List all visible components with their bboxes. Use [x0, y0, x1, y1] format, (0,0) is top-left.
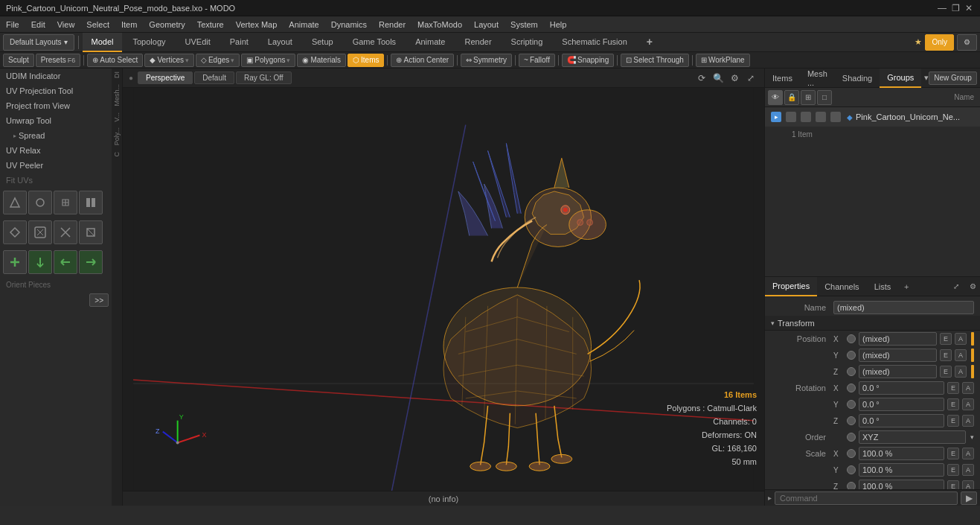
action-center-btn[interactable]: ⊕ Action Center: [391, 54, 454, 67]
scale-y-expr[interactable]: E: [947, 464, 959, 476]
edges-btn[interactable]: ◇ Edges ▾: [196, 54, 240, 67]
groups-box-btn[interactable]: □: [817, 90, 832, 105]
rotate-view-btn[interactable]: ⟳: [694, 71, 709, 86]
menu-help[interactable]: Help: [544, 16, 573, 32]
tool-uv-projection[interactable]: UV Projection Tool: [0, 83, 112, 98]
auto-select-btn[interactable]: ⊕ Auto Select: [87, 54, 143, 67]
scale-z-input[interactable]: 100.0 %: [859, 480, 944, 489]
pos-z-expr[interactable]: E: [940, 366, 952, 378]
rot-x-input[interactable]: 0.0 °: [859, 381, 944, 395]
rot-z-expr[interactable]: E: [947, 415, 959, 427]
groups-eye-btn[interactable]: 👁: [768, 90, 783, 105]
vp-tab-perspective[interactable]: Perspective: [138, 71, 193, 84]
pos-z-anim[interactable]: A: [955, 366, 967, 378]
tab-paint[interactable]: Paint: [221, 33, 257, 52]
command-exec-btn[interactable]: ▶: [961, 491, 977, 505]
scale-z-expr[interactable]: E: [947, 480, 959, 489]
tool-spread[interactable]: ▸ Spread: [0, 128, 112, 143]
strip-poly[interactable]: Poly...: [112, 124, 121, 148]
model-area[interactable]: X Y Z 16 Items Polygons : Catmull-Clark …: [123, 88, 764, 491]
menu-maxtomodo[interactable]: MaxToModo: [411, 16, 468, 32]
scale-y-anim[interactable]: A: [962, 464, 974, 476]
pos-x-expr[interactable]: E: [940, 333, 952, 345]
layout-selector[interactable]: Default Layouts ▾: [3, 34, 74, 51]
tab-lists[interactable]: Lists: [867, 277, 899, 296]
scale-x-circle[interactable]: [847, 449, 856, 458]
presets-btn[interactable]: Presets F6: [36, 54, 80, 67]
vertices-btn[interactable]: ◆ Vertices ▾: [144, 54, 194, 67]
tab-render[interactable]: Render: [455, 33, 500, 52]
tab-scripting[interactable]: Scripting: [502, 33, 552, 52]
tab-layout[interactable]: Layout: [259, 33, 301, 52]
order-circle[interactable]: [847, 433, 856, 442]
vp-tab-default[interactable]: Default: [194, 71, 234, 84]
rot-x-anim[interactable]: A: [962, 382, 974, 394]
tab-setup[interactable]: Setup: [303, 33, 342, 52]
tool-udim[interactable]: UDIM Indicator: [0, 69, 112, 83]
zoom-view-btn[interactable]: 🔍: [711, 71, 726, 86]
rot-y-expr[interactable]: E: [947, 398, 959, 410]
tool-btn-6[interactable]: [28, 220, 52, 244]
select-through-btn[interactable]: ⊡ Select Through: [621, 54, 689, 67]
menu-view[interactable]: View: [51, 16, 81, 32]
scale-z-circle[interactable]: [847, 482, 856, 489]
pos-y-input[interactable]: (mixed): [859, 349, 937, 362]
menu-animate[interactable]: Animate: [283, 16, 324, 32]
view-options-btn[interactable]: ⚙: [727, 71, 742, 86]
maximize-view-btn[interactable]: ⤢: [743, 71, 758, 86]
scale-z-anim[interactable]: A: [962, 480, 974, 489]
pos-z-circle[interactable]: [847, 367, 856, 376]
strip-di[interactable]: DI: [112, 69, 121, 81]
scale-y-circle[interactable]: [847, 465, 856, 474]
menu-select[interactable]: Select: [80, 16, 115, 32]
tool-btn-9[interactable]: [3, 250, 27, 274]
pos-y-expr[interactable]: E: [940, 349, 952, 361]
tab-channels[interactable]: Channels: [817, 277, 866, 296]
strip-c[interactable]: C: [112, 149, 121, 160]
menu-geometry[interactable]: Geometry: [143, 16, 190, 32]
tab-items[interactable]: Items: [765, 69, 800, 88]
tool-fit-uvs[interactable]: Fit UVs: [0, 173, 112, 188]
sculpt-btn[interactable]: Sculpt: [3, 54, 34, 67]
strip-mesh[interactable]: Mesh...: [112, 81, 121, 109]
rot-z-anim[interactable]: A: [962, 415, 974, 427]
materials-btn[interactable]: ◉ Materials: [297, 54, 346, 67]
minimize-btn[interactable]: —: [937, 3, 947, 13]
scale-x-expr[interactable]: E: [947, 448, 959, 459]
tool-btn-11[interactable]: [54, 250, 77, 274]
groups-grid-btn[interactable]: ⊞: [801, 90, 816, 105]
menu-texture[interactable]: Texture: [191, 16, 230, 32]
tool-btn-4[interactable]: [79, 191, 103, 214]
only-btn[interactable]: Only: [925, 34, 954, 51]
props-settings-btn[interactable]: ⚙: [965, 279, 980, 294]
menu-edit[interactable]: Edit: [25, 16, 51, 32]
tab-animate[interactable]: Animate: [406, 33, 454, 52]
tool-unwrap[interactable]: Unwrap Tool: [0, 113, 112, 128]
rot-x-expr[interactable]: E: [947, 382, 959, 394]
order-input[interactable]: XYZ: [859, 430, 966, 444]
menu-file[interactable]: File: [0, 16, 25, 32]
command-input[interactable]: [775, 491, 958, 505]
rot-y-circle[interactable]: [847, 400, 856, 409]
scale-x-anim[interactable]: A: [962, 448, 974, 459]
pos-y-circle[interactable]: [847, 351, 856, 360]
pos-x-circle[interactable]: [847, 334, 856, 343]
settings-btn[interactable]: ⚙: [957, 34, 977, 51]
new-group-button[interactable]: New Group: [929, 71, 977, 85]
items-btn[interactable]: ⬡ Items: [348, 54, 384, 67]
tab-groups[interactable]: Groups: [880, 69, 921, 88]
tab-shading[interactable]: Shading: [835, 69, 880, 88]
symmetry-btn[interactable]: ⇔ Symmetry: [461, 54, 512, 67]
expand-tools-btn[interactable]: >>: [89, 293, 109, 307]
menu-layout[interactable]: Layout: [468, 16, 505, 32]
rot-y-anim[interactable]: A: [962, 398, 974, 410]
add-props-btn[interactable]: +: [900, 280, 913, 293]
tab-add[interactable]: +: [638, 33, 662, 52]
tab-model[interactable]: Model: [83, 33, 123, 52]
rot-z-input[interactable]: 0.0 °: [859, 414, 944, 427]
menu-dynamics[interactable]: Dynamics: [325, 16, 373, 32]
tool-btn-12[interactable]: [79, 250, 103, 274]
polygons-btn[interactable]: ▣ Polygons ▾: [241, 54, 295, 67]
vp-tab-raygl[interactable]: Ray GL: Off: [236, 71, 292, 84]
tool-btn-10[interactable]: [28, 250, 52, 274]
